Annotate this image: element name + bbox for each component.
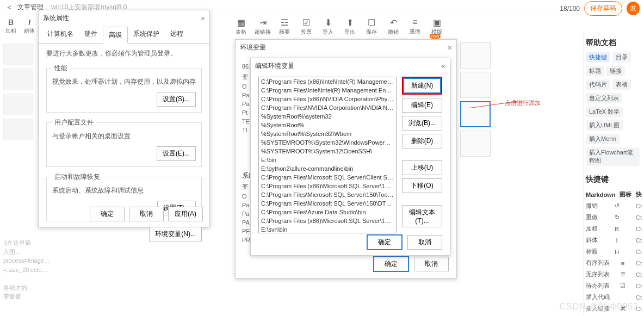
help-tag[interactable]: 快捷键 (586, 52, 610, 63)
path-new-button[interactable]: 新建(N) (404, 78, 441, 93)
performance-group: 性能 视觉效果，处理器计划，内存使用，以及虚拟内存 设置(S)... (46, 64, 202, 113)
shortcut-row: 斜体ICt (586, 234, 642, 246)
path-item[interactable]: E:\bin (259, 156, 396, 164)
watermark: CSDN @刘帅0952 (559, 301, 639, 313)
path-item[interactable]: C:\Program Files (x86)\NVIDIA Corporatio… (259, 95, 396, 103)
shortcut-row: 插入图片▣Ct (586, 314, 642, 315)
annotation-text: 点击进行添加 (505, 99, 541, 107)
help-sidebar: 帮助文档 快捷键目录标题链接代码片表格自定义列表LaTeX 数学插入UML图插入… (583, 33, 644, 315)
shortcut-row: 有序列表≡Ct (586, 257, 642, 269)
save-draft-button[interactable]: 保存草稿 (584, 1, 622, 16)
admin-note: 要进行大多数更改，你必须作为管理员登录。 (46, 49, 202, 58)
sys-ok-button[interactable]: 确定 (90, 207, 125, 221)
path-up-button[interactable]: 上移(U) (402, 160, 442, 175)
help-tag[interactable]: 目录 (612, 52, 631, 63)
help-tag[interactable]: LaTeX 数学 (586, 107, 623, 117)
close-icon[interactable]: × (448, 44, 452, 52)
edit-env-var-dialog: 编辑环境变量 × C:\Program Files (x86)\Intel\In… (250, 58, 450, 256)
help-tag[interactable]: 插入Merm (586, 134, 620, 144)
path-ok-button[interactable]: 确定 (367, 235, 402, 250)
profile-settings-button[interactable]: 设置(E)... (157, 146, 196, 161)
help-tag[interactable]: 自定义列表 (586, 93, 622, 103)
path-item[interactable]: %SystemRoot%\system32 (259, 112, 396, 121)
path-item[interactable]: %SystemRoot%\System32\Wbem (259, 129, 396, 138)
edit-dialog-title: 编辑环境变量 (255, 61, 294, 71)
shortcut-row: 待办列表☑Ct (586, 280, 642, 292)
italic-button[interactable]: I斜体 (23, 17, 36, 35)
page-thumbnails (460, 42, 493, 160)
path-item[interactable]: E:\svn\bin (259, 225, 396, 233)
path-item[interactable]: %SystemRoot% (259, 121, 396, 129)
shortcut-row: 无序列表≣Ct (586, 269, 642, 280)
path-listbox[interactable]: C:\Program Files (x86)\Intel\Intel(R) Ma… (258, 77, 397, 233)
help-tag[interactable]: 标题 (586, 66, 604, 76)
dialog-title: 系统属性 (43, 14, 69, 23)
shortcut-row: 撤销↺Ct (586, 200, 642, 212)
back-icon[interactable]: ＜ (5, 3, 13, 13)
sys-apply-button[interactable]: 应用(A) (168, 207, 203, 221)
tab-系统保护[interactable]: 系统保护 (128, 26, 165, 43)
char-count: 18/100 (560, 5, 580, 13)
env-vars-button[interactable]: 环境变量(N)... (149, 227, 202, 241)
path-edit-button[interactable]: 编辑(E) (402, 98, 442, 113)
path-item[interactable]: C:\Program Files\Microsoft SQL Server\Cl… (259, 173, 396, 182)
env-dialog-title: 环境变量 (240, 43, 266, 52)
profile-group: 用户配置文件 与登录帐户相关的桌面设置 设置(E)... (46, 118, 202, 167)
path-item[interactable]: %SYSTEMROOT%\System32\OpenSSH\ (259, 147, 396, 156)
path-item[interactable]: %SYSTEMROOT%\System32\WindowsPowerShell\… (259, 138, 396, 147)
path-item[interactable]: C:\Program Files\Azure Data Studio\bin (259, 208, 396, 216)
publish-button[interactable]: 发 (627, 2, 640, 15)
help-tag[interactable]: 代码片 (586, 79, 610, 90)
close-icon[interactable]: × (201, 14, 205, 23)
path-delete-button[interactable]: 删除(D) (402, 134, 442, 148)
path-item[interactable]: C:\Program Files (x86)\Microsoft SQL Ser… (259, 182, 396, 190)
shortcut-row: 加粗BCt (586, 223, 642, 234)
path-item[interactable]: C:\Program Files (x86)\Microsoft SQL Ser… (259, 216, 396, 225)
sys-cancel-button[interactable]: 取消 (129, 207, 164, 221)
path-item[interactable]: C:\Program Files\NVIDIA Corporation\NVID… (259, 103, 396, 112)
path-browse-button[interactable]: 浏览(B)... (402, 116, 442, 131)
help-tag[interactable]: 链接 (606, 66, 625, 76)
help-tag[interactable]: 插入Flowchart流程图 (586, 147, 640, 166)
path-item[interactable]: E:\python2\allure-commandline\bin (259, 164, 396, 173)
env-cancel-button[interactable]: 取消 (414, 257, 449, 271)
env-ok-button[interactable]: 确定 (374, 257, 408, 271)
help-tag[interactable]: 表格 (612, 79, 631, 90)
tab-远程[interactable]: 远程 (165, 26, 189, 43)
path-edit-text-button[interactable]: 编辑文本(T)... (402, 205, 442, 227)
tab-硬件[interactable]: 硬件 (79, 26, 103, 43)
tab-计算机名[interactable]: 计算机名 (42, 26, 79, 43)
path-item[interactable]: C:\Program Files\Microsoft SQL Server\15… (259, 190, 396, 199)
editor-placeholder: !(在这里插入图… process=image… =,size_20,colo…… (3, 238, 33, 301)
left-gutter: !(在这里插入图… process=image… =,size_20,colo…… (3, 44, 33, 301)
perf-settings-button[interactable]: 设置(S)... (157, 92, 196, 107)
bold-button[interactable]: B加粗 (4, 17, 17, 35)
shortcuts-title: 快捷键 (586, 175, 642, 184)
help-title: 帮助文档 (586, 38, 642, 48)
path-item[interactable]: C:\Program Files\Intel\Intel(R) Manageme… (259, 86, 396, 95)
shortcut-row: 重做↻Ct (586, 212, 642, 223)
system-properties-dialog: 系统属性 × 计算机名硬件高级系统保护远程 要进行大多数更改，你必须作为管理员登… (38, 10, 210, 227)
close-icon[interactable]: × (441, 62, 445, 71)
help-tag[interactable]: 插入UML图 (586, 120, 623, 131)
path-item[interactable]: C:\Program Files\Microsoft SQL Server\15… (259, 199, 396, 208)
tab-高级[interactable]: 高级 (103, 27, 128, 44)
path-down-button[interactable]: 下移(O) (402, 178, 442, 193)
path-item[interactable]: C:\Program Files (x86)\Intel\Intel(R) Ma… (259, 77, 396, 86)
shortcut-row: 标题HCt (586, 246, 642, 257)
path-cancel-button[interactable]: 取消 (407, 235, 442, 250)
